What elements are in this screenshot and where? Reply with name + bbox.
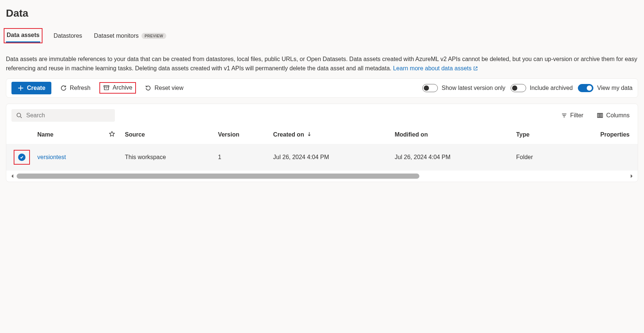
tab-dataset-monitors[interactable]: Dataset monitors PREVIEW	[93, 30, 167, 42]
link-text: Learn more about data assets	[393, 64, 472, 73]
columns-icon	[597, 112, 603, 119]
toggle-label: View my data	[597, 85, 633, 91]
button-label: Archive	[113, 84, 132, 91]
description-text: Data assets are immutable references to …	[6, 56, 637, 71]
archive-icon	[103, 84, 110, 91]
reset-icon	[145, 85, 151, 91]
tabs: Data assets Datastores Dataset monitors …	[6, 28, 638, 44]
button-label: Create	[27, 85, 45, 91]
tab-label: Datastores	[54, 33, 82, 39]
toggle-view-my-data: View my data	[578, 84, 633, 92]
learn-more-link[interactable]: Learn more about data assets	[393, 64, 478, 73]
description-paragraph: Data assets are immutable references to …	[6, 55, 638, 73]
table-row[interactable]: versiontest This workspace 1 Jul 26, 202…	[6, 144, 638, 171]
svg-rect-3	[599, 113, 600, 117]
toggle-switch[interactable]	[578, 84, 593, 92]
external-link-icon	[473, 66, 478, 71]
preview-badge: PREVIEW	[142, 33, 166, 39]
toggle-include-archived: Include archived	[511, 84, 573, 92]
search-input[interactable]	[26, 112, 110, 119]
toggle-switch[interactable]	[422, 84, 438, 92]
scroll-left-icon[interactable]	[11, 174, 14, 178]
asset-name-link[interactable]: versiontest	[37, 154, 66, 160]
scroll-thumb[interactable]	[17, 174, 419, 179]
svg-rect-0	[104, 85, 109, 87]
toggle-show-latest: Show latest version only	[422, 84, 505, 92]
scroll-right-icon[interactable]	[630, 174, 633, 178]
svg-rect-2	[597, 113, 599, 117]
col-source[interactable]: Source	[121, 125, 214, 144]
svg-rect-4	[601, 113, 602, 117]
sort-down-icon	[307, 131, 311, 137]
button-label: Refresh	[70, 85, 91, 91]
col-favorite[interactable]	[103, 125, 121, 144]
refresh-icon	[60, 85, 67, 91]
button-label: Reset view	[154, 85, 183, 91]
search-icon	[16, 112, 23, 119]
col-name[interactable]: Name	[34, 125, 103, 144]
filter-icon	[561, 112, 567, 118]
archive-button[interactable]: Archive	[102, 84, 133, 92]
plus-icon	[17, 85, 24, 91]
horizontal-scrollbar[interactable]	[6, 171, 638, 179]
col-modified-on[interactable]: Modified on	[391, 125, 512, 144]
toolbar: Create Refresh Archive	[6, 78, 638, 98]
star-icon	[109, 131, 115, 137]
tab-label: Data assets	[7, 32, 40, 38]
tab-label: Dataset monitors	[94, 33, 139, 39]
tab-datastores[interactable]: Datastores	[53, 30, 83, 42]
cell-version: 1	[214, 144, 269, 171]
columns-button[interactable]: Columns	[594, 110, 633, 121]
refresh-button[interactable]: Refresh	[57, 83, 94, 94]
cell-created: Jul 26, 2024 4:04 PM	[269, 144, 391, 171]
data-assets-table: Name Source Version Created on	[6, 125, 638, 171]
col-version[interactable]: Version	[214, 125, 269, 144]
cell-source: This workspace	[121, 144, 214, 171]
cell-type: Folder	[512, 144, 559, 171]
button-label: Columns	[606, 112, 630, 119]
col-created-on[interactable]: Created on	[269, 125, 391, 144]
col-type[interactable]: Type	[512, 125, 559, 144]
search-box[interactable]	[11, 109, 115, 122]
button-label: Filter	[570, 112, 583, 119]
svg-point-1	[17, 113, 21, 117]
filter-button[interactable]: Filter	[558, 110, 586, 121]
row-selected-check[interactable]	[18, 154, 25, 161]
toggle-label: Include archived	[530, 85, 573, 91]
create-button[interactable]: Create	[11, 82, 51, 94]
cell-properties	[559, 144, 638, 171]
toggle-label: Show latest version only	[442, 85, 505, 91]
toggle-switch[interactable]	[511, 84, 526, 92]
data-table-panel: Filter Columns Name	[6, 104, 638, 182]
col-properties[interactable]: Properties	[559, 125, 638, 144]
col-check	[6, 125, 34, 144]
tab-data-assets[interactable]: Data assets	[6, 29, 40, 43]
cell-modified: Jul 26, 2024 4:04 PM	[391, 144, 512, 171]
reset-view-button[interactable]: Reset view	[141, 83, 187, 94]
page-title: Data	[6, 0, 638, 28]
